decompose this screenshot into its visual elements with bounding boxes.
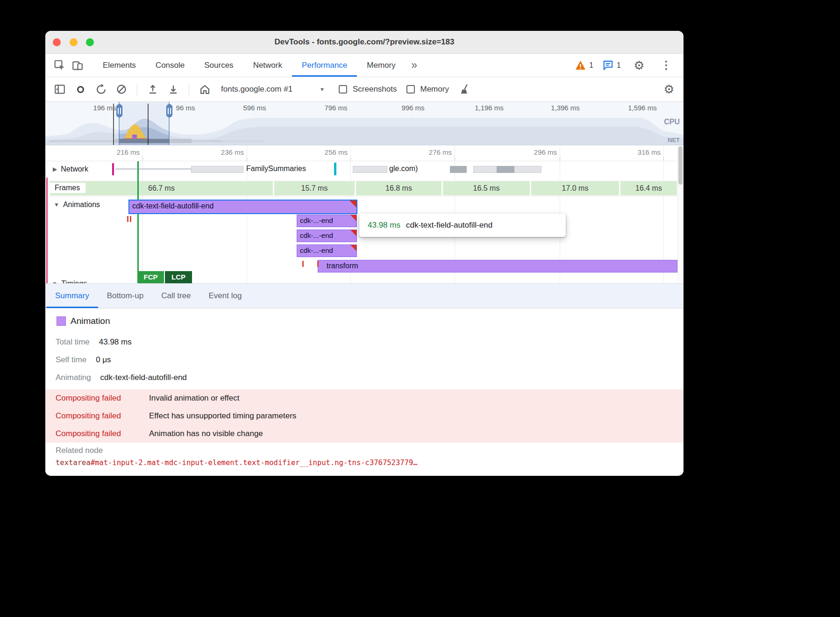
- animation-bar[interactable]: cdk-...-end: [297, 215, 357, 227]
- compositing-warning-icon: [349, 201, 356, 208]
- record-button[interactable]: [71, 79, 89, 99]
- sidebar-toggle-button[interactable]: [51, 79, 69, 99]
- performance-settings-button[interactable]: ⚙: [660, 79, 678, 99]
- related-node-link[interactable]: textarea#mat-input-2.mat-mdc-input-eleme…: [56, 459, 418, 467]
- animation-bar-transform[interactable]: transform: [318, 260, 677, 273]
- device-toolbar-button[interactable]: [69, 56, 86, 75]
- frame-duration: 15.7 ms: [301, 184, 328, 193]
- tabbar-right-controls: 1 1 ⚙ ⋮: [575, 56, 678, 75]
- selection-handle-right[interactable]: [166, 104, 172, 117]
- tab-event-log[interactable]: Event log: [199, 284, 250, 308]
- network-request-label[interactable]: gle.com): [389, 165, 418, 173]
- ruler-label: 316 ms: [617, 148, 661, 156]
- tab-memory[interactable]: Memory: [357, 54, 405, 77]
- memory-checkbox[interactable]: [406, 85, 415, 93]
- main-menu-button[interactable]: ⋮: [657, 56, 675, 75]
- network-request-bar[interactable]: [115, 168, 192, 170]
- network-marker-bar[interactable]: [334, 163, 336, 175]
- cpu-lane-label: CPU: [664, 118, 680, 126]
- gear-icon: ⚙: [663, 83, 674, 95]
- tab-bottom-up[interactable]: Bottom-up: [98, 284, 152, 308]
- memory-toggle[interactable]: Memory: [406, 85, 449, 94]
- issues-warning-counter[interactable]: 1: [575, 60, 593, 70]
- flame-scrollbar-thumb[interactable]: [678, 146, 683, 185]
- lcp-badge[interactable]: LCP: [165, 271, 192, 283]
- live-metrics-button[interactable]: [196, 79, 214, 99]
- fcp-marker-line: [137, 161, 139, 271]
- screenshots-checkbox[interactable]: [339, 85, 347, 93]
- animation-bar-selected[interactable]: cdk-text-field-autofill-end: [128, 200, 357, 214]
- frame-cell[interactable]: 16.5 ms: [443, 181, 530, 195]
- tab-summary[interactable]: Summary: [46, 284, 98, 308]
- block-icon: [116, 84, 127, 95]
- ruler-label: 216 ms: [96, 148, 140, 156]
- frame-cell[interactable]: 15.7 ms: [274, 181, 355, 195]
- network-request-bar[interactable]: [191, 166, 243, 173]
- chevron-down-icon: ▼: [320, 86, 325, 92]
- network-request-bar[interactable]: [450, 166, 467, 173]
- tab-elements[interactable]: Elements: [93, 54, 146, 77]
- reload-icon: [95, 84, 107, 95]
- warning-tick-icon: [302, 261, 304, 267]
- network-track-header[interactable]: ▶ Network: [51, 164, 93, 174]
- record-and-reload-button[interactable]: [92, 79, 110, 99]
- compositing-warning-row: Compositing failedEffect has unsupported…: [45, 407, 683, 425]
- ruler-tick: [455, 157, 455, 161]
- download-icon: [168, 84, 179, 95]
- chevron-double-right-icon: »: [411, 60, 417, 71]
- flame-scrollbar[interactable]: [677, 145, 683, 283]
- frame-cell[interactable]: 17.0 ms: [531, 181, 619, 195]
- tab-call-tree[interactable]: Call tree: [152, 284, 199, 308]
- frame-cell[interactable]: 16.8 ms: [356, 181, 441, 195]
- overview-time-label: 996 ms: [401, 104, 424, 112]
- tab-performance[interactable]: Performance: [292, 54, 357, 77]
- total-time-label: Total time: [56, 337, 90, 346]
- expanded-triangle-icon: ▼: [54, 201, 59, 208]
- network-request-bar[interactable]: [112, 163, 114, 175]
- grip-lines-icon: [168, 108, 171, 114]
- fcp-badge[interactable]: FCP: [137, 271, 164, 283]
- tab-network[interactable]: Network: [243, 54, 292, 77]
- frame-cell[interactable]: 16.4 ms: [620, 181, 677, 195]
- issues-message-counter[interactable]: 1: [603, 60, 621, 71]
- inspect-element-button[interactable]: [51, 56, 69, 75]
- compositing-warning-icon: [350, 245, 356, 251]
- animations-track-header[interactable]: ▼ Animations: [52, 200, 105, 210]
- close-button[interactable]: [53, 38, 61, 46]
- overview-time-label: 1,596 ms: [628, 104, 657, 112]
- more-tabs-button[interactable]: »: [406, 56, 423, 75]
- warning-text: Invalid animation or effect: [149, 394, 239, 402]
- session-label: fonts.google.com #1: [221, 85, 292, 94]
- track-highlight-stripe: [46, 178, 48, 283]
- selection-handle-left[interactable]: [116, 104, 122, 117]
- screenshots-toggle[interactable]: Screenshots: [339, 85, 397, 94]
- animation-bar[interactable]: cdk-...-end: [297, 230, 357, 242]
- network-request-bar[interactable]: [497, 166, 514, 173]
- tab-sources[interactable]: Sources: [194, 54, 243, 77]
- timeline-overview[interactable]: 196 ms 96 ms 596 ms 796 ms 996 ms 1,196 …: [45, 102, 683, 145]
- network-request-label[interactable]: FamilySummaries: [246, 165, 306, 173]
- frame-duration: 17.0 ms: [562, 184, 589, 193]
- animation-bar-label: transform: [318, 260, 677, 272]
- zoom-button[interactable]: [86, 38, 94, 46]
- tab-console[interactable]: Console: [146, 54, 194, 77]
- animation-bar[interactable]: cdk-...-end: [297, 244, 357, 257]
- minimize-button[interactable]: [70, 38, 78, 46]
- flame-chart[interactable]: 216 ms 236 ms 256 ms 276 ms 296 ms 316 m…: [45, 145, 683, 283]
- overview-time-label: 1,396 ms: [551, 104, 580, 112]
- node-selector: #mat-input-2.mat-mdc-input-element.text-…: [91, 459, 418, 467]
- settings-button[interactable]: ⚙: [630, 56, 648, 75]
- save-profile-button[interactable]: [164, 79, 182, 99]
- collapsed-triangle-icon: ▶: [53, 166, 57, 172]
- clear-recording-button[interactable]: [113, 79, 130, 99]
- network-request-bar[interactable]: [353, 166, 387, 173]
- tooltip-duration: 43.98 ms: [368, 221, 400, 230]
- warning-tick-icon: [317, 261, 319, 267]
- self-time-value: 0 μs: [96, 355, 111, 364]
- frames-track-header[interactable]: Frames: [49, 183, 85, 193]
- session-selector[interactable]: fonts.google.com #1 ▼: [221, 85, 325, 94]
- load-profile-button[interactable]: [144, 79, 162, 99]
- related-node-label: Related node: [56, 446, 103, 455]
- screenshots-label: Screenshots: [353, 85, 397, 94]
- collect-garbage-button[interactable]: [456, 79, 474, 99]
